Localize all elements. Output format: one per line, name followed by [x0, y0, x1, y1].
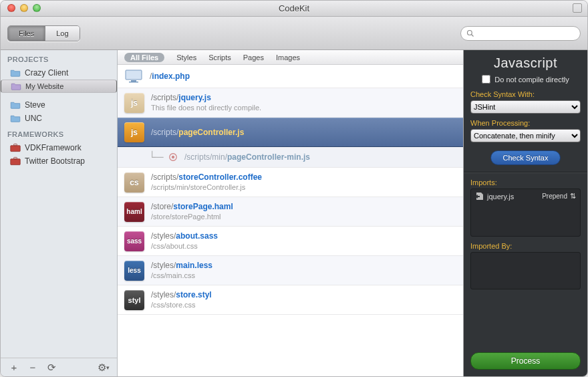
- target-icon: [168, 152, 178, 162]
- file-dir: /store/: [151, 202, 173, 211]
- search-input[interactable]: [477, 27, 575, 39]
- sidebar-item-label: My Website: [25, 82, 63, 90]
- svg-rect-4: [11, 159, 20, 165]
- file-name: pageController.js: [178, 128, 244, 137]
- file-sub: This file does not directly compile.: [151, 103, 261, 113]
- sidebar-item-steve[interactable]: Steve: [1, 98, 117, 112]
- js-icon: js: [124, 93, 144, 113]
- file-name: jquery.js: [178, 93, 210, 102]
- file-name: about.sass: [176, 231, 218, 241]
- stylus-icon: styl: [124, 290, 144, 310]
- filter-styles[interactable]: Styles: [176, 53, 196, 61]
- file-row-about[interactable]: sass /styles/about.sass /css/about.css: [118, 227, 463, 256]
- svg-rect-5: [14, 157, 17, 158]
- syntax-select[interactable]: JSHint: [470, 100, 581, 114]
- file-dir: /scripts/min/: [184, 152, 227, 162]
- filter-all[interactable]: All Files: [124, 53, 164, 62]
- compile-direct-label: Do not compile directly: [494, 76, 569, 84]
- file-sub: /css/store.css: [151, 300, 212, 310]
- sidebar-item-label: Twitter Bootstrap: [25, 156, 85, 166]
- briefcase-icon: [10, 143, 21, 152]
- sidebar-item-my-website[interactable]: My Website: [1, 80, 117, 93]
- minimize-icon[interactable]: [20, 4, 28, 12]
- gear-icon[interactable]: ⚙▾: [94, 360, 113, 376]
- search-icon: [466, 29, 474, 37]
- process-button[interactable]: Process: [470, 352, 581, 370]
- filter-scripts[interactable]: Scripts: [208, 53, 231, 61]
- file-row-storepage[interactable]: haml /store/storePage.haml /store/storeP…: [118, 197, 463, 227]
- close-icon[interactable]: [7, 4, 15, 12]
- import-row[interactable]: jquery.js Prepend ⇅: [475, 192, 576, 201]
- file-row-pagecontroller-output[interactable]: └─ /scripts/min/pageController-min.js: [118, 147, 463, 168]
- file-row-storecontroller[interactable]: cs /scripts/storeController.coffee /scri…: [118, 168, 463, 197]
- sass-icon: sass: [124, 231, 144, 251]
- add-project-button[interactable]: +: [5, 360, 23, 376]
- file-row-main[interactable]: less /styles/main.less /css/main.css: [118, 256, 463, 285]
- projects-header: PROJECTS: [1, 50, 117, 66]
- file-sub: /scripts/min/storeController.js: [151, 182, 262, 193]
- sidebar-item-crazy-client[interactable]: Crazy Client: [1, 66, 117, 80]
- svg-point-10: [172, 156, 174, 158]
- fullscreen-icon[interactable]: [573, 3, 582, 13]
- search-field[interactable]: [460, 26, 581, 41]
- file-column: All Files Styles Scripts Pages Images /i…: [118, 50, 464, 376]
- frameworks-header: FRAMEWORKS: [1, 125, 117, 141]
- file-row-store[interactable]: styl /styles/store.styl /css/store.css: [118, 285, 463, 315]
- folder-icon: [10, 101, 21, 109]
- import-name: jquery.js: [487, 193, 514, 201]
- file-sub: /css/about.css: [151, 241, 218, 251]
- tab-log[interactable]: Log: [45, 26, 79, 41]
- svg-rect-8: [129, 82, 138, 83]
- folder-icon: [10, 114, 21, 122]
- haml-icon: haml: [124, 202, 144, 222]
- processing-select[interactable]: Concatenate, then minify: [470, 129, 581, 142]
- svg-line-1: [472, 34, 474, 36]
- view-segmented: Files Log: [7, 25, 80, 41]
- sidebar-item-unc[interactable]: UNC: [1, 112, 117, 125]
- tab-files[interactable]: Files: [8, 26, 45, 41]
- titlebar: CodeKit: [1, 1, 587, 17]
- toolbar: Files Log: [1, 17, 587, 50]
- divider: [464, 172, 587, 173]
- sidebar-item-label: Steve: [25, 100, 45, 110]
- file-row-jquery[interactable]: js /scripts/jquery.js This file does not…: [118, 88, 463, 118]
- sidebar-item-twitter-bootstrap[interactable]: Twitter Bootstrap: [1, 154, 117, 168]
- inspector-title: Javascript: [470, 55, 581, 71]
- imported-by-panel[interactable]: [470, 252, 581, 289]
- imports-panel[interactable]: jquery.js Prepend ⇅: [470, 188, 581, 237]
- refresh-button[interactable]: ⟳: [42, 360, 61, 376]
- filter-images[interactable]: Images: [276, 53, 300, 61]
- compile-direct-row[interactable]: Do not compile directly: [470, 75, 581, 84]
- file-filters: All Files Styles Scripts Pages Images: [118, 50, 463, 65]
- sidebar-item-vdkframework[interactable]: VDKFramework: [1, 141, 117, 154]
- sidebar-item-label: VDKFramework: [25, 143, 82, 152]
- page-icon: [124, 69, 143, 84]
- processing-label: When Processing:: [470, 119, 581, 127]
- svg-point-0: [468, 30, 472, 35]
- chevron-up-down-icon[interactable]: ⇅: [570, 192, 576, 201]
- folder-icon: [10, 69, 21, 77]
- zoom-icon[interactable]: [33, 4, 41, 12]
- import-mode[interactable]: Prepend: [542, 193, 567, 200]
- imports-label: Imports:: [470, 178, 581, 186]
- sidebar: PROJECTS Crazy Client My Website Steve U…: [1, 50, 118, 376]
- traffic-lights: [7, 4, 41, 12]
- sidebar-item-label: Crazy Client: [25, 68, 68, 78]
- file-dir: /scripts/: [151, 93, 178, 102]
- svg-rect-7: [131, 80, 136, 82]
- file-name: storeController.coffee: [178, 172, 262, 182]
- file-row-pagecontroller[interactable]: js /scripts/pageController.js: [118, 118, 463, 147]
- briefcase-icon: [10, 156, 21, 166]
- svg-rect-2: [11, 146, 20, 152]
- file-row-index[interactable]: /index.php: [118, 65, 463, 88]
- compile-direct-checkbox[interactable]: [482, 75, 490, 84]
- imported-by-label: Imported By:: [470, 242, 581, 250]
- file-dir: /scripts/: [151, 128, 178, 137]
- filter-pages[interactable]: Pages: [243, 53, 264, 61]
- file-sub: /store/storePage.html: [151, 212, 233, 222]
- file-dir: /styles/: [151, 261, 176, 270]
- sidebar-item-label: UNC: [25, 114, 42, 123]
- remove-project-button[interactable]: −: [23, 360, 42, 376]
- js-icon: js: [124, 122, 144, 142]
- check-syntax-button[interactable]: Check Syntax: [490, 150, 561, 165]
